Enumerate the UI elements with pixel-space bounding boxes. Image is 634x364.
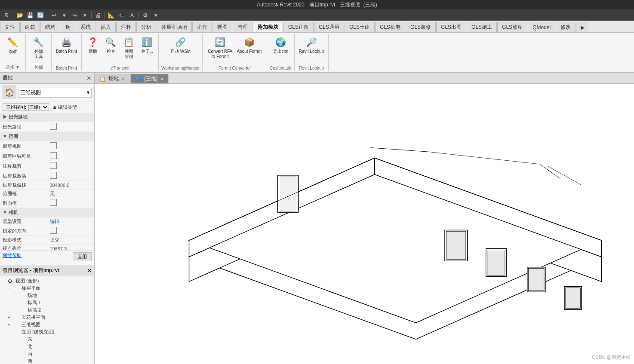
qa-settings-btn[interactable]: ⚙: [141, 10, 150, 20]
view-tab-site[interactable]: 📋 场地 ✕: [95, 74, 129, 83]
qa-save-btn[interactable]: 💾: [25, 10, 35, 20]
tab-modify[interactable]: 修改: [556, 22, 576, 32]
tree-item-ceiling[interactable]: + 天花板平面: [0, 314, 94, 321]
help-button[interactable]: ❓ 帮助: [84, 34, 102, 55]
tab-structure[interactable]: 结构: [40, 22, 60, 32]
prop-value-eye-elev: 19857.3: [47, 245, 95, 251]
about-icon: ℹ️: [140, 35, 154, 49]
edit-type-link[interactable]: 编辑类型: [58, 104, 77, 110]
tree-item-level2[interactable]: 标高 2: [0, 306, 94, 314]
tab-manage[interactable]: 管理: [233, 22, 252, 32]
prop-view-select[interactable]: 三维视图: (三维): [3, 103, 49, 111]
tab-gls-forward[interactable]: GLS正向: [283, 22, 314, 32]
tab-analyze[interactable]: 分析: [136, 22, 156, 32]
batch-print-button[interactable]: 🖨️ Batch Print: [54, 34, 79, 55]
tab-system[interactable]: 系统: [76, 22, 95, 32]
export-clm-button[interactable]: 🌍 导出clm: [271, 34, 290, 55]
tree-item-east[interactable]: 东: [0, 336, 94, 343]
tree-item-site[interactable]: 场地: [0, 292, 94, 299]
section-camera[interactable]: ▼ 相机: [0, 208, 94, 217]
about-formit-button[interactable]: 📦 About FormIt: [235, 34, 263, 55]
revit-logo-btn[interactable]: R: [2, 10, 11, 20]
building-3d-view: [95, 84, 634, 364]
qa-measure-btn[interactable]: 📐: [107, 10, 116, 20]
tree-item-west[interactable]: 西: [0, 358, 94, 364]
view-manage-button[interactable]: 📋 视图管理: [120, 34, 138, 60]
browser-close-btn[interactable]: ✕: [87, 268, 92, 274]
qa-redo-arrow-btn[interactable]: ▾: [80, 10, 89, 20]
tab-view[interactable]: 视图: [212, 22, 232, 32]
prop-value-clip-visible: [47, 151, 95, 161]
section-range[interactable]: ▼ 范围: [0, 132, 94, 141]
qa-print-btn[interactable]: 🖨: [93, 10, 103, 20]
prop-value-section-box: [47, 198, 95, 208]
view-tab-3d-close[interactable]: ✕: [160, 76, 164, 81]
view-tab-site-label: 场地: [108, 75, 119, 83]
tab-annotate[interactable]: 注释: [116, 22, 136, 32]
tree-item-south[interactable]: 南: [0, 350, 94, 358]
prop-type-dropdown[interactable]: 三维视图 ▾: [18, 88, 92, 98]
tab-insert[interactable]: 插入: [96, 22, 116, 32]
tree-item-level1[interactable]: 标高 1: [0, 299, 94, 306]
properties-close-btn[interactable]: ✕: [86, 75, 92, 82]
prop-label-projection: 投影模式: [0, 236, 47, 245]
about-button[interactable]: ℹ️ 关于...: [138, 34, 156, 55]
checkbox-sunpath[interactable]: [50, 123, 57, 130]
prop-type-icon: 🏠: [3, 86, 16, 99]
checkbox-lock-dir[interactable]: [50, 227, 57, 234]
viewport-3d[interactable]: CSDN @南楚巫妖: [95, 84, 634, 364]
tree-item-3d[interactable]: + 三维视图: [0, 321, 94, 328]
checkbox-annot-clip[interactable]: [50, 162, 57, 169]
convert-rfa-button[interactable]: 🔄 Convert RFAto FormIt: [206, 34, 234, 60]
checkbox-section-box[interactable]: [50, 199, 57, 206]
tab-file[interactable]: 文件: [0, 22, 20, 32]
prop-value-render[interactable]: 编辑...: [47, 217, 95, 226]
browser-tree: − ⊙ 视图 (全部) − 楼层平面 场地 标高 1: [0, 276, 94, 364]
tab-gls-mep[interactable]: GLS机电: [375, 22, 405, 32]
prop-value-sunpath: [47, 122, 95, 132]
tab-gls-general[interactable]: GLS通用: [314, 22, 344, 32]
tab-addins[interactable]: 附加模块: [253, 22, 283, 32]
tab-expand[interactable]: ▶: [576, 22, 589, 32]
tab-gls-civil[interactable]: GLS土建: [345, 22, 375, 32]
apply-button[interactable]: 应用: [73, 252, 92, 261]
checkbox-clip-view[interactable]: [50, 142, 57, 149]
about-label: 关于...: [141, 49, 153, 54]
ribbon-content: ✏️ 修改 选择 ▼ 🔧 外部工具 外部 🖨️ Batch Print: [0, 33, 634, 72]
check-button[interactable]: 🔍 检查: [102, 34, 120, 55]
tab-collaborate[interactable]: 协作: [192, 22, 212, 32]
tree-item-north[interactable]: 北: [0, 343, 94, 350]
qa-undo-btn[interactable]: ↩: [49, 10, 58, 20]
qa-redo-btn[interactable]: ↪: [70, 10, 79, 20]
svg-rect-10: [446, 231, 466, 259]
wsm-button[interactable]: 🔗 启动 WSM: [169, 34, 192, 55]
checkbox-clip-visible[interactable]: [50, 152, 57, 159]
view-manage-icon: 📋: [122, 35, 136, 49]
tree-item-elevations[interactable]: − 立面 (建筑立面): [0, 328, 94, 336]
view-tab-3d[interactable]: 🔷 {三维} ✕: [130, 74, 169, 83]
ribbon: 文件 建筑 结构 钢 系统 插入 注释 分析 体量和场地 协作 视图 管理 附加…: [0, 21, 634, 73]
checkbox-far-clip[interactable]: [50, 172, 57, 179]
qa-open-btn[interactable]: 📂: [15, 10, 25, 20]
tab-gls-curtain[interactable]: GLS族库: [497, 22, 527, 32]
qa-text-btn[interactable]: A: [127, 10, 137, 20]
tab-steel[interactable]: 钢: [61, 22, 75, 32]
view-tab-site-close[interactable]: ✕: [121, 76, 125, 81]
qa-undo-arrow-btn[interactable]: ▾: [59, 10, 69, 20]
tab-gls-construction[interactable]: GLS施工: [467, 22, 497, 32]
qa-dropdown-btn[interactable]: ▾: [151, 10, 160, 20]
external-tools-button[interactable]: 🔧 外部工具: [30, 34, 47, 60]
qa-tag-btn[interactable]: 🏷: [117, 10, 126, 20]
properties-help-link[interactable]: 属性帮助: [3, 252, 22, 261]
tab-build[interactable]: 建筑: [20, 22, 40, 32]
tab-mass[interactable]: 体量和场地: [157, 22, 192, 32]
qa-sync-btn[interactable]: 🔄: [36, 10, 45, 20]
tab-gls-drawing[interactable]: GLS出图: [436, 22, 466, 32]
modify-button[interactable]: ✏️ 修改: [4, 34, 22, 55]
section-sunpath[interactable]: ▶ 日光路径: [0, 113, 94, 122]
tab-gls-decoration[interactable]: GLS装修: [406, 22, 436, 32]
tree-item-views[interactable]: − ⊙ 视图 (全部): [0, 277, 94, 284]
tree-item-floor-plans[interactable]: − 楼层平面: [0, 284, 94, 292]
tab-qmodel[interactable]: QModel: [528, 22, 555, 32]
revit-lookup-button[interactable]: 🔎 Revit Lookup: [297, 34, 326, 55]
